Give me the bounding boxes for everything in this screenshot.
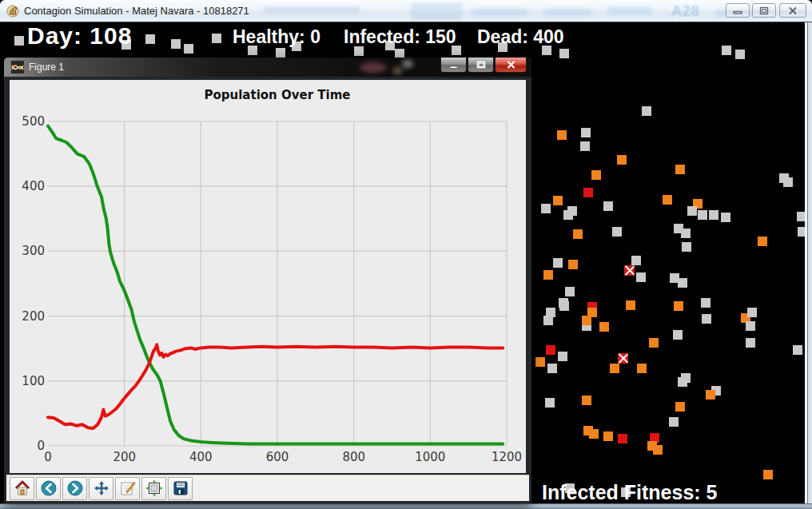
app-window-bottom-border bbox=[0, 503, 812, 509]
svg-text:100: 100 bbox=[22, 374, 45, 388]
app-icon bbox=[6, 4, 20, 18]
agent-g bbox=[567, 206, 577, 216]
svg-text:600: 600 bbox=[266, 450, 289, 464]
agent-o bbox=[573, 229, 583, 239]
agent-g bbox=[541, 204, 551, 213]
svg-text:400: 400 bbox=[22, 179, 45, 193]
agent-o bbox=[758, 237, 767, 246]
pan-button[interactable] bbox=[89, 477, 113, 500]
agent-o bbox=[582, 316, 591, 325]
svg-text:1200: 1200 bbox=[492, 450, 522, 464]
svg-text:Population Over Time: Population Over Time bbox=[205, 88, 351, 102]
svg-text:300: 300 bbox=[22, 244, 45, 258]
agent-g bbox=[701, 298, 710, 308]
agent-g bbox=[747, 308, 757, 317]
agent-o bbox=[674, 301, 683, 311]
agent-g bbox=[746, 321, 755, 331]
agent-o bbox=[543, 270, 553, 280]
save-button[interactable] bbox=[168, 477, 193, 500]
agent-g bbox=[636, 272, 646, 282]
agent-g bbox=[735, 50, 745, 59]
agent-g bbox=[631, 256, 641, 265]
svg-text:200: 200 bbox=[22, 309, 45, 324]
glass-artifact bbox=[472, 8, 527, 16]
agent-g bbox=[171, 39, 181, 49]
app-titlebar[interactable]: Contagion Simulation - Matej Navara - 10… bbox=[0, 0, 812, 22]
matplotlib-toolbar bbox=[6, 475, 529, 501]
infected-counter: Infected: 150 bbox=[344, 26, 456, 48]
agent-g bbox=[559, 49, 569, 58]
svg-text:500: 500 bbox=[22, 114, 45, 129]
forward-button[interactable] bbox=[62, 477, 87, 500]
agent-o bbox=[706, 390, 715, 400]
agent-g bbox=[678, 377, 687, 387]
agent-g bbox=[603, 201, 613, 211]
agent-g bbox=[580, 141, 590, 151]
agent-g bbox=[145, 34, 155, 44]
agent-o bbox=[675, 165, 685, 174]
agent-g bbox=[276, 48, 285, 58]
app-minimize-button[interactable] bbox=[726, 3, 750, 18]
figure-maximize-button[interactable] bbox=[468, 58, 494, 73]
back-button[interactable] bbox=[36, 477, 61, 500]
glass-reflection bbox=[360, 62, 387, 73]
agent-g bbox=[709, 210, 718, 220]
home-button[interactable] bbox=[10, 477, 34, 500]
figure-titlebar[interactable]: Figure 1 bbox=[4, 58, 531, 77]
agent-g bbox=[783, 177, 793, 187]
agent-g bbox=[559, 301, 569, 311]
healthy-counter: Healthy: 0 bbox=[233, 26, 320, 48]
agent-o bbox=[617, 155, 627, 165]
app-window-right-border bbox=[805, 22, 812, 509]
agent-o bbox=[653, 445, 663, 455]
day-counter: Day: 108 bbox=[27, 22, 132, 50]
configure-subplots-button[interactable] bbox=[141, 477, 166, 500]
agent-g bbox=[642, 106, 651, 116]
contagion-simulation-app: Day: 108 Healthy: 0 Infected: 150 Dead: … bbox=[0, 0, 812, 509]
figure-title: Figure 1 bbox=[29, 62, 64, 73]
figure-minimize-button[interactable] bbox=[440, 58, 467, 73]
agent-o bbox=[599, 322, 609, 332]
agent-g bbox=[612, 227, 622, 237]
svg-text:200: 200 bbox=[113, 450, 136, 464]
agent-o bbox=[637, 364, 647, 373]
figure-close-button[interactable] bbox=[495, 58, 527, 73]
agent-o bbox=[568, 260, 578, 269]
agent-g bbox=[746, 338, 755, 348]
agent-o bbox=[763, 470, 773, 479]
app-title: Contagion Simulation - Matej Navara - 10… bbox=[24, 5, 249, 17]
svg-text:1000: 1000 bbox=[415, 450, 445, 464]
infected-fitness-label: Infected Fitness: 5 bbox=[542, 481, 718, 504]
app-close-button[interactable] bbox=[779, 3, 806, 18]
svg-text:800: 800 bbox=[342, 450, 365, 464]
svg-text:0: 0 bbox=[44, 450, 52, 464]
agent-g bbox=[669, 417, 679, 427]
agent-g bbox=[212, 34, 221, 43]
agent-o bbox=[535, 357, 545, 367]
agent-g bbox=[793, 345, 802, 355]
agent-o bbox=[553, 196, 563, 205]
agent-g bbox=[545, 398, 555, 408]
glass-artifact bbox=[264, 6, 360, 13]
zoom-to-rect-button[interactable] bbox=[115, 477, 140, 500]
agent-o bbox=[582, 396, 591, 405]
glass-artifact bbox=[607, 6, 651, 15]
agent-o bbox=[649, 338, 659, 348]
agent-g bbox=[682, 242, 691, 252]
glass-artifact bbox=[543, 8, 591, 16]
figure-window: Figure 1 0100200300400500020040060080010… bbox=[4, 58, 531, 503]
agent-o bbox=[663, 195, 672, 205]
agent-o bbox=[589, 429, 599, 439]
agent-r bbox=[546, 345, 555, 355]
agent-g bbox=[721, 213, 730, 222]
chart-canvas[interactable]: 0100200300400500020040060080010001200Pop… bbox=[10, 80, 526, 473]
agent-g bbox=[553, 258, 563, 268]
agent-g bbox=[581, 128, 591, 137]
agent-g bbox=[14, 36, 24, 46]
agent-g bbox=[681, 229, 691, 238]
app-maximize-button[interactable] bbox=[752, 3, 776, 18]
population-chart: 0100200300400500020040060080010001200Pop… bbox=[10, 80, 526, 473]
agent-g bbox=[547, 364, 557, 373]
agent-g bbox=[558, 352, 567, 361]
glass-reflection bbox=[402, 60, 413, 68]
